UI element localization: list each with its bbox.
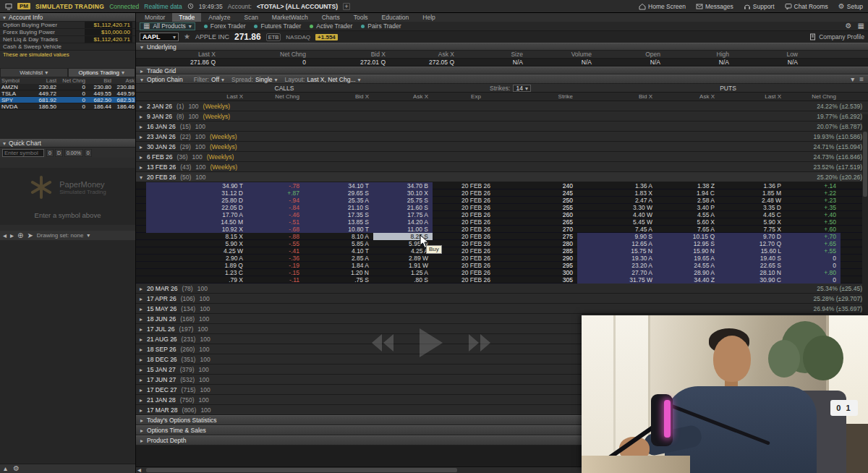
- menu-icon[interactable]: ≡: [859, 76, 864, 83]
- chevron-right-icon[interactable]: [140, 366, 142, 373]
- strike-cell[interactable]: 255: [519, 204, 577, 211]
- strike-cell[interactable]: 245: [519, 189, 577, 197]
- quick-chart-symbol-input[interactable]: [2, 149, 44, 157]
- call-last-cell[interactable]: 8.15 X: [146, 233, 247, 240]
- expand-panel-icon[interactable]: ▴: [4, 465, 7, 472]
- expiry-row[interactable]: 2 JAN 26 (1) 100 (Weeklys) 24.22% (±2.53…: [136, 101, 868, 111]
- col-ask[interactable]: Ask: [111, 77, 135, 84]
- call-last-cell[interactable]: 2.90 A: [146, 255, 247, 262]
- call-ask-cell[interactable]: 14.20 A: [373, 218, 433, 226]
- main-tab[interactable]: Monitor: [138, 13, 171, 22]
- col-net-chng[interactable]: Net Chng: [56, 77, 85, 84]
- chevron-right-icon[interactable]: [140, 396, 142, 404]
- chevron-right-icon[interactable]: [140, 285, 142, 292]
- quick-chart-header[interactable]: Quick Chart: [0, 139, 135, 148]
- call-netchng-cell[interactable]: -.19: [247, 262, 304, 269]
- underlying-column-header[interactable]: Net Chng: [223, 51, 313, 58]
- call-ask-cell[interactable]: 17.75 A: [373, 211, 433, 218]
- put-bid-cell[interactable]: 27.70 A: [577, 269, 657, 276]
- put-ask-cell[interactable]: 1.38 Z: [657, 182, 719, 189]
- rewind-icon[interactable]: [370, 333, 395, 353]
- col-bid[interactable]: Bid: [85, 77, 111, 84]
- strike-cell[interactable]: 300: [519, 269, 577, 276]
- put-netchng-cell[interactable]: +.22: [786, 189, 841, 197]
- call-bid-cell[interactable]: 21.10 S: [304, 204, 373, 211]
- call-bid-cell[interactable]: 2.85 A: [304, 255, 373, 262]
- put-last-cell[interactable]: 3.35 D: [719, 204, 786, 211]
- setup-button[interactable]: ⚙ Setup: [838, 3, 863, 10]
- call-bid-cell[interactable]: 13.85 S: [304, 218, 373, 226]
- strike-cell[interactable]: 265: [519, 218, 577, 226]
- put-ask-cell[interactable]: 12.95 S: [657, 240, 719, 247]
- expiry-row[interactable]: 16 JAN 26 (15) 100 20.07% (±8.787): [136, 122, 868, 132]
- put-last-cell[interactable]: 15.60 L: [719, 247, 786, 255]
- expiration-cell[interactable]: 20 FEB 26: [433, 204, 519, 211]
- call-netchng-cell[interactable]: -.51: [247, 218, 304, 226]
- chevron-right-icon[interactable]: [140, 123, 142, 130]
- call-bid-cell[interactable]: 34.10 T: [304, 182, 373, 189]
- chevron-right-icon[interactable]: [140, 103, 142, 110]
- main-tab[interactable]: Education: [375, 13, 416, 22]
- strike-cell[interactable]: 240: [519, 182, 577, 189]
- put-bid-cell[interactable]: 5.45 W: [577, 218, 657, 226]
- put-netchng-cell[interactable]: +.23: [786, 197, 841, 204]
- watchlist-tab[interactable]: Options Trading: [68, 68, 136, 77]
- symbol-input[interactable]: [142, 33, 167, 41]
- expiry-row[interactable]: 15 MAY 26 (134) 100 26.94% (±35.697): [136, 304, 868, 314]
- call-ask-cell[interactable]: 25.75 S: [373, 197, 433, 204]
- call-bid-cell[interactable]: 5.85 A: [304, 240, 373, 247]
- put-last-cell[interactable]: 30.90 C: [719, 276, 786, 284]
- put-bid-cell[interactable]: 31.75 W: [577, 276, 657, 284]
- pan-right-icon[interactable]: ▸: [10, 232, 14, 239]
- call-ask-cell[interactable]: 30.10 X: [373, 189, 433, 197]
- watchlist-row[interactable]: NVDA 186.50 0 186.44 186.46: [0, 103, 135, 110]
- call-bid-cell[interactable]: 25.35 A: [304, 197, 373, 204]
- put-last-cell[interactable]: 2.48 W: [719, 197, 786, 204]
- put-netchng-cell[interactable]: +.40: [786, 211, 841, 218]
- strike-cell[interactable]: 260: [519, 211, 577, 218]
- underlying-column-header[interactable]: Low: [736, 51, 805, 58]
- trader-subtab[interactable]: Futures Trader: [254, 22, 301, 30]
- call-last-cell[interactable]: 10.92 X: [146, 226, 247, 233]
- drawing-set-selector[interactable]: Drawing set: none: [37, 232, 83, 239]
- expiration-cell[interactable]: 20 FEB 26: [433, 276, 519, 284]
- put-col-bid[interactable]: Bid X: [577, 93, 657, 100]
- cursor-tool-icon[interactable]: ➤: [27, 232, 33, 239]
- all-products-selector[interactable]: ▦ All Products: [140, 22, 195, 30]
- put-ask-cell[interactable]: 3.40 P: [657, 204, 719, 211]
- put-ask-cell[interactable]: 4.55 A: [657, 211, 719, 218]
- expiry-row-expanded[interactable]: 20 FEB 26 (50) 100 25.20% (±20.26): [136, 172, 868, 182]
- put-bid-cell[interactable]: 1.83 X: [577, 189, 657, 197]
- put-bid-cell[interactable]: 1.36 A: [577, 182, 657, 189]
- call-bid-cell[interactable]: 29.65 S: [304, 189, 373, 197]
- put-netchng-cell[interactable]: +.50: [786, 218, 841, 226]
- strike-cell[interactable]: 305: [519, 276, 577, 284]
- crosshair-icon[interactable]: ⊕: [17, 232, 23, 239]
- chat-rooms-button[interactable]: Chat Rooms: [785, 3, 828, 10]
- call-netchng-cell[interactable]: -.11: [247, 276, 304, 284]
- expiration-cell[interactable]: 20 FEB 26: [433, 211, 519, 218]
- option-chain-section-header[interactable]: Option Chain Filter: Off Spread: Single: [136, 74, 868, 84]
- put-col-ask[interactable]: Ask X: [657, 93, 719, 100]
- put-last-cell[interactable]: 5.90 X: [719, 218, 786, 226]
- call-bid-cell[interactable]: 4.10 T: [304, 247, 373, 255]
- chevron-right-icon[interactable]: [140, 356, 142, 363]
- call-netchng-cell[interactable]: +.87: [247, 189, 304, 197]
- underlying-column-header[interactable]: High: [668, 51, 736, 58]
- expiry-row[interactable]: 30 JAN 26 (29) 100 (Weeklys) 24.71% (±15…: [136, 142, 868, 152]
- put-ask-cell[interactable]: 34.40 Z: [657, 276, 719, 284]
- call-last-cell[interactable]: 17.70 A: [146, 211, 247, 218]
- put-last-cell[interactable]: 22.65 S: [719, 262, 786, 269]
- quick-chart-chip[interactable]: 0: [46, 149, 54, 157]
- put-bid-cell[interactable]: 4.40 W: [577, 211, 657, 218]
- chevron-right-icon[interactable]: [140, 346, 142, 353]
- company-profile-button[interactable]: Company Profile: [809, 33, 864, 41]
- add-account-button[interactable]: +: [343, 3, 350, 10]
- call-last-cell[interactable]: 1.23 C: [146, 269, 247, 276]
- put-bid-cell[interactable]: 3.30 W: [577, 204, 657, 211]
- call-last-cell[interactable]: 4.25 W: [146, 247, 247, 255]
- expiry-row[interactable]: 9 JAN 26 (8) 100 (Weeklys) 19.77% (±6.29…: [136, 111, 868, 122]
- underlying-column-header[interactable]: Size: [461, 51, 530, 58]
- call-last-cell[interactable]: 25.80 D: [146, 197, 247, 204]
- main-tab[interactable]: Scan: [237, 13, 264, 22]
